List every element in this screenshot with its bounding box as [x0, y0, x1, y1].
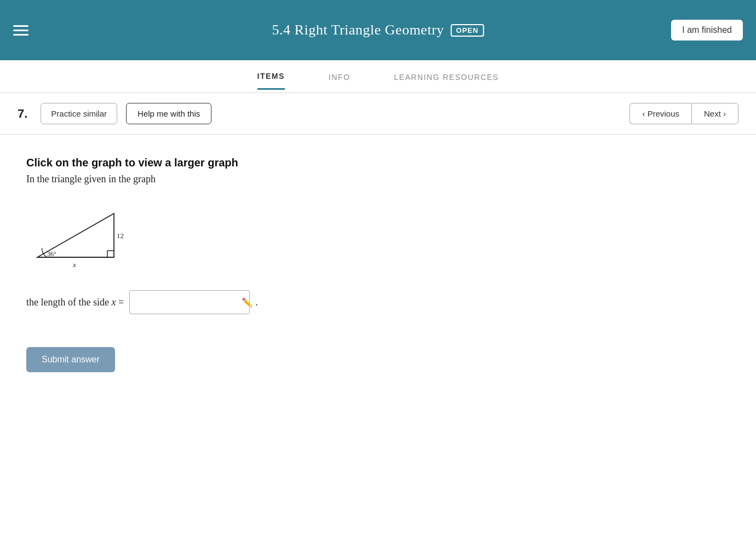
- tab-items[interactable]: ITEMS: [257, 72, 285, 90]
- pencil-icon[interactable]: ✏️: [242, 297, 253, 308]
- page-title: 5.4 Right Triangle Geometry OPEN: [272, 22, 484, 38]
- question-title[interactable]: Click on the graph to view a larger grap…: [26, 157, 730, 169]
- header: 5.4 Right Triangle Geometry OPEN I am fi…: [0, 0, 756, 60]
- item-number: 7.: [18, 107, 27, 121]
- svg-text:x: x: [72, 261, 76, 268]
- answer-variable: x: [111, 297, 116, 308]
- answer-row: the length of the side x = ✏️ .: [26, 290, 730, 314]
- answer-input[interactable]: [136, 297, 242, 307]
- tab-learning-resources[interactable]: LEARNING RESOURCES: [394, 73, 499, 89]
- triangle-diagram[interactable]: 36° 12 x: [26, 203, 730, 268]
- next-button[interactable]: Next ›: [691, 103, 738, 124]
- main-content: Click on the graph to view a larger grap…: [0, 135, 756, 394]
- tab-info[interactable]: INFO: [329, 73, 350, 89]
- submit-answer-button[interactable]: Submit answer: [26, 347, 115, 372]
- tabs-bar: ITEMS INFO LEARNING RESOURCES: [0, 60, 756, 93]
- triangle-svg: 36° 12 x: [26, 203, 147, 268]
- question-subtitle: In the triangle given in the graph: [26, 174, 730, 185]
- hamburger-menu-icon[interactable]: [13, 25, 28, 36]
- answer-input-wrapper[interactable]: ✏️: [129, 290, 250, 314]
- toolbar: 7. Practice similar Help me with this ‹ …: [0, 93, 756, 135]
- title-text: 5.4 Right Triangle Geometry: [272, 22, 444, 38]
- practice-similar-button[interactable]: Practice similar: [41, 103, 117, 124]
- help-me-button[interactable]: Help me with this: [126, 103, 211, 124]
- open-badge: OPEN: [451, 24, 484, 37]
- svg-text:36°: 36°: [47, 250, 56, 258]
- previous-button[interactable]: ‹ Previous: [629, 103, 691, 124]
- answer-label: the length of the side x =: [26, 297, 124, 308]
- finished-button[interactable]: I am finished: [671, 20, 743, 41]
- answer-period: .: [255, 297, 258, 308]
- navigation-buttons: ‹ Previous Next ›: [629, 103, 738, 124]
- svg-text:12: 12: [117, 232, 124, 240]
